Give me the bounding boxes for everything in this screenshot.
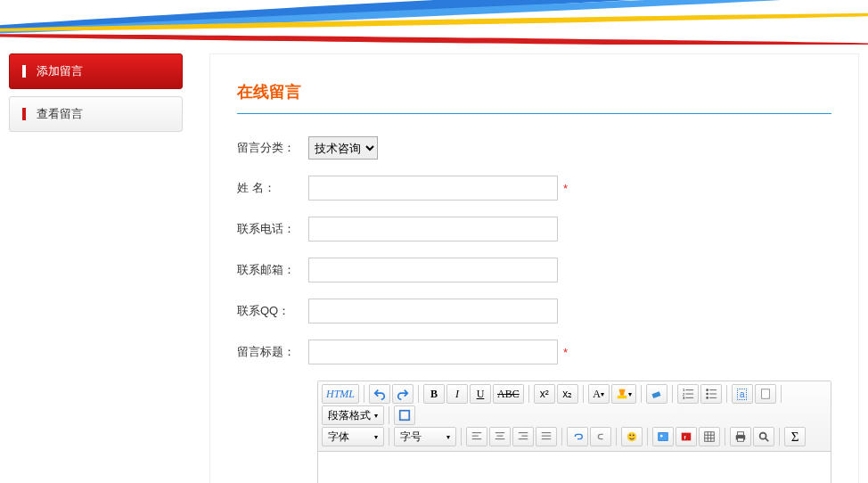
svg-rect-35 <box>705 432 715 442</box>
select-all-icon[interactable]: a <box>732 384 753 404</box>
toolbar-separator <box>364 385 364 403</box>
emoji-icon[interactable] <box>621 427 643 446</box>
redo-icon[interactable] <box>392 384 414 404</box>
category-select[interactable]: 技术咨询 <box>308 136 378 160</box>
underline-icon[interactable]: U <box>470 384 491 404</box>
align-right-icon[interactable] <box>512 427 534 446</box>
svg-point-8 <box>706 389 708 391</box>
svg-rect-33 <box>682 433 692 441</box>
editor-body[interactable] <box>318 452 831 483</box>
svg-point-29 <box>629 434 631 436</box>
svg-point-43 <box>760 433 766 439</box>
editor-toolbar: HTML B I U ABC x² x₂ A▾ ▾ <box>318 381 831 452</box>
required-mark: * <box>563 346 568 359</box>
sidebar: 添加留言 查看留言 <box>9 53 183 483</box>
row-phone: 联系电话： <box>237 217 831 242</box>
svg-point-30 <box>633 434 635 436</box>
align-justify-icon[interactable] <box>536 427 557 446</box>
new-page-icon[interactable] <box>755 384 776 404</box>
label-qq: 联系QQ： <box>237 303 308 319</box>
erase-icon[interactable] <box>646 384 667 404</box>
table-icon[interactable] <box>699 427 720 446</box>
fullscreen-icon[interactable] <box>394 405 415 425</box>
toolbar-separator <box>647 428 648 446</box>
svg-rect-31 <box>659 433 668 441</box>
name-input[interactable] <box>308 176 558 201</box>
svg-rect-40 <box>738 432 744 436</box>
svg-point-32 <box>660 435 663 438</box>
paragraph-format-select[interactable]: 段落格式▾ <box>322 405 384 425</box>
label-category: 留言分类： <box>237 140 308 156</box>
qq-input[interactable] <box>308 299 558 323</box>
toolbar-separator <box>418 385 419 403</box>
email-input[interactable] <box>308 258 558 282</box>
svg-line-44 <box>766 438 769 442</box>
ordered-list-icon[interactable]: 123 <box>677 384 699 404</box>
toolbar-separator <box>461 428 462 446</box>
toolbar-separator <box>389 406 389 424</box>
unordered-list-icon[interactable] <box>700 384 722 404</box>
form-card: 在线留言 留言分类： 技术咨询 姓 名： * 联系电话： 联系邮箱： <box>209 53 859 483</box>
svg-point-28 <box>627 432 637 442</box>
label-email: 联系邮箱： <box>237 262 308 278</box>
sidebar-active-marker <box>22 65 26 78</box>
link-icon[interactable] <box>567 427 588 446</box>
label-phone: 联系电话： <box>237 221 308 237</box>
sidebar-item-label: 添加留言 <box>37 63 83 79</box>
font-family-select[interactable]: 字体▾ <box>322 427 384 446</box>
toolbar-separator <box>616 428 617 446</box>
align-left-icon[interactable] <box>466 427 487 446</box>
flash-icon[interactable]: f <box>676 427 697 446</box>
svg-rect-42 <box>738 438 744 442</box>
toolbar-separator <box>641 385 642 403</box>
title-input[interactable] <box>308 340 558 364</box>
phone-input[interactable] <box>308 217 558 242</box>
svg-point-10 <box>706 397 708 399</box>
svg-text:3: 3 <box>683 396 685 400</box>
undo-icon[interactable] <box>369 384 390 404</box>
row-title: 留言标题： * <box>237 340 831 364</box>
strike-icon[interactable]: ABC <box>493 384 524 404</box>
toolbar-separator <box>779 428 780 446</box>
preview-icon[interactable] <box>753 427 774 446</box>
font-size-select[interactable]: 字号▾ <box>394 427 456 446</box>
symbol-icon[interactable]: Σ <box>784 427 806 446</box>
toolbar-separator <box>781 385 782 403</box>
row-category: 留言分类： 技术咨询 <box>237 136 831 160</box>
toolbar-separator <box>528 385 529 403</box>
row-email: 联系邮箱： <box>237 258 831 282</box>
toolbar-separator <box>389 428 389 446</box>
main-content: 在线留言 留言分类： 技术咨询 姓 名： * 联系电话： 联系邮箱： <box>183 53 868 483</box>
page-title: 在线留言 <box>237 81 831 114</box>
sidebar-item-label: 查看留言 <box>37 106 83 122</box>
svg-rect-15 <box>400 411 410 421</box>
toolbar-separator <box>725 428 725 446</box>
required-mark: * <box>563 182 568 195</box>
subscript-icon[interactable]: x₂ <box>557 384 578 404</box>
print-icon[interactable] <box>730 427 751 446</box>
align-center-icon[interactable] <box>489 427 511 446</box>
toolbar-separator <box>672 385 673 403</box>
label-name: 姓 名： <box>237 180 308 196</box>
svg-point-9 <box>706 393 708 396</box>
sidebar-item-add-message[interactable]: 添加留言 <box>9 53 183 89</box>
toolbar-separator <box>726 385 727 403</box>
unlink-icon[interactable] <box>590 427 611 446</box>
text-color-icon[interactable]: A▾ <box>588 384 610 404</box>
sidebar-item-view-message[interactable]: 查看留言 <box>9 96 183 132</box>
svg-rect-0 <box>617 396 626 399</box>
svg-rect-14 <box>761 389 769 399</box>
svg-rect-1 <box>651 391 660 398</box>
label-title: 留言标题： <box>237 344 308 360</box>
bold-icon[interactable]: B <box>423 384 445 404</box>
rich-text-editor: HTML B I U ABC x² x₂ A▾ ▾ <box>317 381 831 483</box>
superscript-icon[interactable]: x² <box>534 384 555 404</box>
sidebar-marker <box>22 108 26 120</box>
row-name: 姓 名： * <box>237 176 831 201</box>
row-qq: 联系QQ： <box>237 299 831 323</box>
toolbar-separator <box>583 385 584 403</box>
source-button[interactable]: HTML <box>322 384 359 404</box>
image-icon[interactable] <box>652 427 674 446</box>
highlight-icon[interactable]: ▾ <box>611 384 636 404</box>
italic-icon[interactable]: I <box>446 384 468 404</box>
